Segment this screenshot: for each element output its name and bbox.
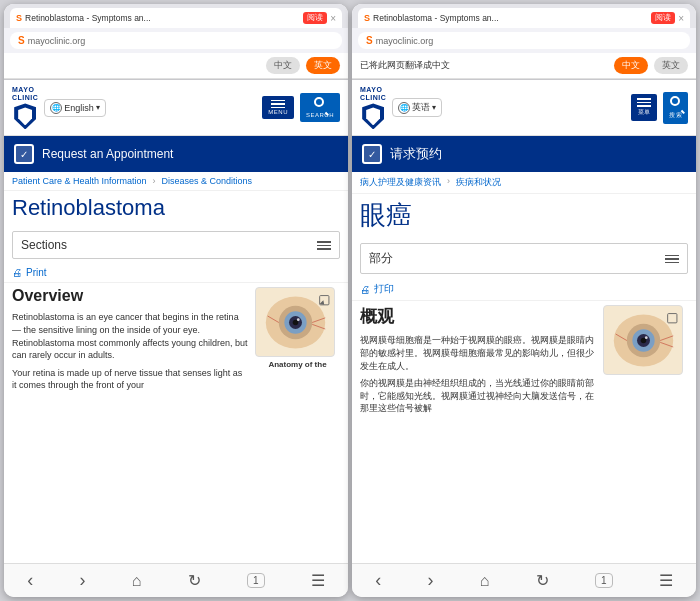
breadcrumb-item-2-right[interactable]: 疾病和状况 [456,176,501,189]
page-content-left: MAYOCLINIC 🌐 English ▾ [4,80,348,563]
page-title-right: 眼癌 [352,194,696,239]
appt-check-left: ✓ [14,144,34,164]
eye-caption-left: Anatomy of the [255,360,340,369]
print-icon-left: 🖨 [12,267,22,278]
url-bar-right: S mayoclinic.org [352,28,696,53]
back-btn-left[interactable]: ‹ [27,570,33,591]
menu-line2-right [637,102,651,104]
right-phone: S Retinoblastoma - Symptoms an... 阅读 × S… [352,4,696,597]
menu-line3-right [637,105,651,107]
url-bar-left: S mayoclinic.org [4,28,348,53]
breadcrumb-item-1-right[interactable]: 病人护理及健康资讯 [360,176,441,189]
breadcrumb-item-2-left[interactable]: Diseases & Conditions [162,176,253,186]
appt-bar-left[interactable]: ✓ Request an Appointment [4,136,348,172]
lang-selector-right[interactable]: 🌐 英语 ▾ [392,98,442,117]
translation-bar-left: 中文 英文 [4,53,348,79]
search-icon-right [670,96,682,110]
globe-icon-right: 🌐 [398,102,410,114]
menu-line3-left [271,107,285,109]
article-para-2-right: 你的视网膜是由神经组织组成的，当光线通过你的眼睛前部时，它能感知光线。视网膜通过… [360,377,597,415]
forward-btn-left[interactable]: › [79,570,85,591]
ham-line2-right [665,258,679,260]
en-btn-right[interactable]: 英文 [654,57,688,74]
article-body-right: 概观 视网膜母细胞瘤是一种始于视网膜的眼癌。视网膜是眼睛内部的敏感衬里。视网膜母… [352,301,696,563]
page-content-right: MAYOCLINIC 🌐 英语 ▾ [352,80,696,563]
eye-diagram-left: Anatomy of the [255,287,340,559]
search-icon-left [314,97,326,111]
tab-right[interactable]: S Retinoblastoma - Symptoms an... 阅读 × [358,8,690,28]
mayo-header-right: MAYOCLINIC 🌐 英语 ▾ [352,80,696,136]
breadcrumb-right: 病人护理及健康资讯 › 疾病和状况 [352,172,696,194]
menu-button-left[interactable]: MENU [262,96,294,120]
appt-bar-right[interactable]: ✓ 请求预约 [352,136,696,172]
page-num-right[interactable]: 1 [595,573,613,588]
check-icon-right: ✓ [368,149,376,160]
mayo-shield-left [14,103,36,129]
zh-btn-left[interactable]: 中文 [266,57,300,74]
menu-nav-right[interactable]: ☰ [659,571,673,590]
lang-label-right: 英语 [412,101,430,114]
svg-point-15 [644,336,647,339]
menu-nav-left[interactable]: ☰ [311,571,325,590]
home-btn-right[interactable]: ⌂ [480,572,490,590]
mayo-text-left: MAYOCLINIC [12,86,38,101]
mayo-inner-left [18,107,32,125]
back-btn-right[interactable]: ‹ [375,570,381,591]
tab-bar-left: S Retinoblastoma - Symptoms an... 阅读 × [4,4,348,28]
print-line-right[interactable]: 🖨 打印 [352,278,696,301]
home-btn-left[interactable]: ⌂ [132,572,142,590]
eye-image-right [603,305,683,375]
eye-diagram-right [603,305,688,559]
svg-rect-19 [667,313,676,322]
tab-bar-right: S Retinoblastoma - Symptoms an... 阅读 × [352,4,696,28]
sections-icon-right [665,255,679,264]
menu-lines-right [637,98,651,107]
search-button-right[interactable]: 搜索 [663,92,688,124]
translation-bar-right: 已将此网页翻译成中文 中文 英文 [352,53,696,79]
bottom-nav-right: ‹ › ⌂ ↻ 1 ☰ [352,563,696,597]
refresh-btn-right[interactable]: ↻ [536,571,549,590]
mayo-header-left: MAYOCLINIC 🌐 English ▾ [4,80,348,136]
url-field-right[interactable]: S mayoclinic.org [358,32,690,49]
tab-title-right: Retinoblastoma - Symptoms an... [373,13,648,23]
overview-title-left: Overview [12,287,249,305]
tab-title-left: Retinoblastoma - Symptoms an... [25,13,300,23]
breadcrumb-sep-right: › [447,176,450,189]
search-circle-right [670,96,680,106]
en-btn-left[interactable]: 英文 [306,57,340,74]
sections-bar-right[interactable]: 部分 [360,243,688,274]
browser-chrome-left: S Retinoblastoma - Symptoms an... 阅读 × S… [4,4,348,80]
search-button-left[interactable]: SEARCH [300,93,340,122]
eye-image-left [255,287,335,357]
page-num-left[interactable]: 1 [247,573,265,588]
tab-close-left[interactable]: × [330,13,336,24]
page-title-left: Retinoblastoma [4,191,348,227]
menu-button-right[interactable]: 菜单 [631,94,657,121]
breadcrumb-left: Patient Care & Health Information › Dise… [4,172,348,191]
tab-badge-left: 阅读 [303,12,327,24]
lang-label-left: English [64,103,94,113]
print-line-left[interactable]: 🖨 Print [4,263,348,283]
url-text-right: mayoclinic.org [376,36,434,46]
ham-line3-right [665,262,679,264]
lang-selector-left[interactable]: 🌐 English ▾ [44,99,106,117]
tab-left[interactable]: S Retinoblastoma - Symptoms an... 阅读 × [10,8,342,28]
refresh-btn-left[interactable]: ↻ [188,571,201,590]
print-label-left: Print [26,267,47,278]
eye-anatomy-svg-right [606,308,681,373]
sections-bar-left[interactable]: Sections [12,231,340,259]
mayo-logo-left: MAYOCLINIC [12,86,38,129]
zh-btn-right[interactable]: 中文 [614,57,648,74]
sections-icon-left [317,241,331,250]
menu-label-left: MENU [268,109,288,115]
url-field-left[interactable]: S mayoclinic.org [10,32,342,49]
breadcrumb-item-1-left[interactable]: Patient Care & Health Information [12,176,147,186]
tab-close-right[interactable]: × [678,13,684,24]
mayo-text-right: MAYOCLINIC [360,86,386,101]
ham-line1-right [665,255,679,257]
print-icon-right: 🖨 [360,284,370,295]
menu-line-right [637,98,651,100]
forward-btn-right[interactable]: › [427,570,433,591]
svg-point-5 [296,318,299,321]
ham-line1-left [317,241,331,243]
